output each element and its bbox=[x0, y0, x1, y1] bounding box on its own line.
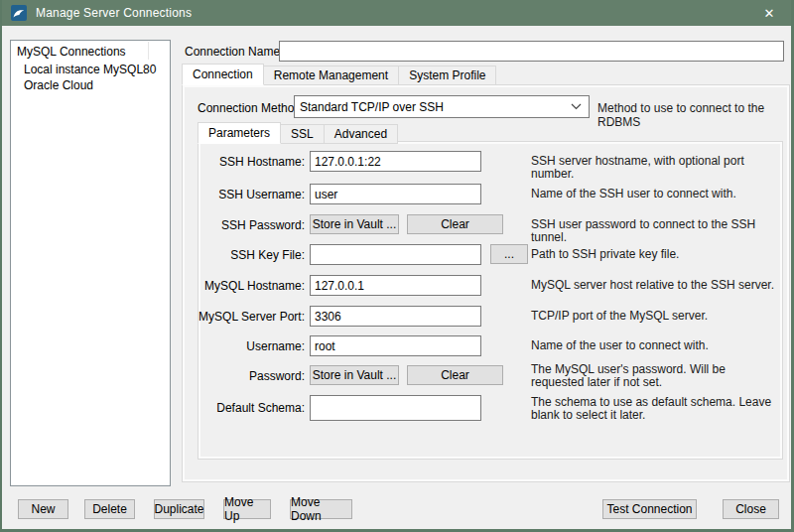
chevron-down-icon bbox=[571, 103, 582, 110]
window-title: Manage Server Connections bbox=[36, 6, 192, 20]
tab-remote-management[interactable]: Remote Management bbox=[263, 66, 399, 85]
username-input[interactable] bbox=[310, 335, 481, 356]
connection-name-input[interactable] bbox=[279, 41, 784, 62]
default-schema-hint: The schema to use as default schema. Lea… bbox=[531, 396, 781, 422]
ssh-password-clear-button[interactable]: Clear bbox=[407, 214, 503, 234]
connection-name-label: Connection Name: bbox=[185, 45, 283, 59]
mysql-server-port-label: MySQL Server Port: bbox=[198, 310, 305, 324]
move-up-button[interactable]: Move Up bbox=[223, 499, 271, 519]
main-tab-strip: Connection Remote Management System Prof… bbox=[182, 64, 495, 85]
list-column-divider bbox=[148, 42, 149, 60]
username-label: Username: bbox=[198, 339, 305, 353]
manage-server-connections-dialog: Manage Server Connections ✕ MySQL Connec… bbox=[0, 0, 794, 532]
connections-list-header: MySQL Connections bbox=[11, 41, 170, 62]
ssh-username-hint: Name of the SSH user to connect with. bbox=[531, 188, 781, 200]
password-clear-button[interactable]: Clear bbox=[407, 365, 503, 385]
connections-list[interactable]: MySQL Connections Local instance MySQL80… bbox=[10, 40, 171, 486]
ssh-password-store-in-vault-button[interactable]: Store in Vault ... bbox=[310, 214, 399, 234]
ssh-password-hint: SSH user password to connect to the SSH … bbox=[531, 218, 781, 244]
subtab-parameters[interactable]: Parameters bbox=[198, 122, 281, 144]
ssh-username-input[interactable] bbox=[310, 184, 481, 204]
ssh-password-label: SSH Password: bbox=[198, 218, 305, 232]
new-button[interactable]: New bbox=[18, 499, 68, 519]
connection-item-oracle-cloud[interactable]: Oracle Cloud bbox=[11, 77, 170, 93]
parameters-tab-strip: Parameters SSL Advanced bbox=[198, 122, 397, 144]
tab-system-profile[interactable]: System Profile bbox=[398, 66, 496, 85]
delete-button[interactable]: Delete bbox=[84, 499, 135, 519]
ssh-key-file-browse-button[interactable]: ... bbox=[490, 244, 528, 264]
ssh-username-label: SSH Username: bbox=[198, 188, 305, 201]
subtab-advanced[interactable]: Advanced bbox=[324, 124, 398, 144]
ssh-hostname-hint: SSH server hostname, with optional port … bbox=[531, 155, 781, 181]
username-hint: Name of the user to connect with. bbox=[531, 339, 781, 352]
close-window-icon[interactable]: ✕ bbox=[747, 0, 791, 26]
connection-method-label: Connection Method: bbox=[198, 101, 304, 115]
test-connection-button[interactable]: Test Connection bbox=[602, 499, 697, 519]
tab-connection[interactable]: Connection bbox=[182, 64, 264, 85]
ssh-key-file-hint: Path to SSH private key file. bbox=[531, 248, 781, 261]
ssh-key-file-label: SSH Key File: bbox=[198, 248, 305, 262]
mysql-server-port-hint: TCP/IP port of the MySQL server. bbox=[531, 310, 781, 323]
move-down-button[interactable]: Move Down bbox=[290, 499, 352, 519]
default-schema-input[interactable] bbox=[310, 395, 481, 421]
mysql-hostname-input[interactable] bbox=[310, 275, 481, 296]
ssh-hostname-input[interactable] bbox=[310, 151, 481, 172]
password-hint: The MySQL user's password. Will be reque… bbox=[531, 363, 781, 389]
password-store-in-vault-button[interactable]: Store in Vault ... bbox=[310, 365, 399, 385]
mysql-workbench-icon bbox=[11, 5, 27, 21]
default-schema-label: Default Schema: bbox=[198, 401, 305, 415]
mysql-hostname-hint: MySQL server host relative to the SSH se… bbox=[531, 279, 781, 292]
password-label: Password: bbox=[198, 369, 305, 383]
connection-item-local-instance[interactable]: Local instance MySQL80 bbox=[11, 62, 170, 77]
mysql-hostname-label: MySQL Hostname: bbox=[198, 279, 305, 293]
mysql-server-port-input[interactable] bbox=[310, 306, 481, 327]
ssh-hostname-label: SSH Hostname: bbox=[198, 155, 305, 169]
connection-method-value: Standard TCP/IP over SSH bbox=[300, 100, 444, 114]
connection-method-hint: Method to use to connect to the RDBMS bbox=[597, 101, 791, 129]
duplicate-button[interactable]: Duplicate bbox=[154, 499, 204, 519]
titlebar: Manage Server Connections ✕ bbox=[2, 0, 791, 26]
close-button[interactable]: Close bbox=[723, 499, 779, 519]
ssh-key-file-input[interactable] bbox=[310, 244, 481, 265]
subtab-ssl[interactable]: SSL bbox=[280, 124, 325, 144]
connection-method-select[interactable]: Standard TCP/IP over SSH bbox=[294, 95, 590, 118]
